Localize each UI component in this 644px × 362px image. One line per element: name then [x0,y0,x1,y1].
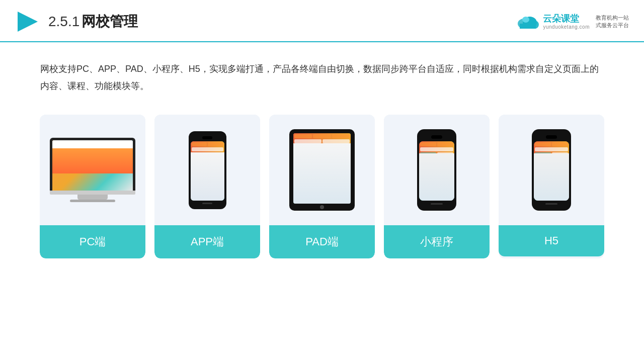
card-pc-label: PC端 [40,225,145,258]
card-h5: H5 [499,115,604,258]
header-left: 2.5.1网校管理 [15,9,138,34]
card-h5-image [499,115,604,225]
svg-point-5 [522,17,529,23]
svg-rect-4 [520,24,536,29]
mini-phone-mockup-2 [532,129,571,211]
card-app: APP端 [154,115,260,258]
card-app-image [154,115,260,225]
card-miniprogram: 小程序 [384,115,490,258]
card-h5-label: H5 [499,225,604,256]
card-miniprogram-label: 小程序 [384,225,490,258]
card-pad-label: PAD端 [269,225,375,258]
brand-logo: 云朵课堂 yunduoketang.com 教育机构一站式服务云平台 [516,13,629,31]
card-app-label: APP端 [154,225,260,258]
brand-name: 云朵课堂 [543,14,590,25]
pc-mockup [50,138,135,202]
card-miniprogram-image [384,115,490,225]
card-pad: PAD端 [269,115,375,258]
tablet-mockup [289,129,355,211]
card-pc: PC端 [40,115,145,258]
cloud-logo-icon [516,13,539,31]
svg-marker-0 [18,12,38,32]
header: 2.5.1网校管理 云朵课堂 yunduoketang.com 教育机构一站式服… [0,0,644,42]
logo-arrow-icon [15,9,40,34]
mini-phone-mockup-1 [417,129,456,211]
brand-tagline: 教育机构一站式服务云平台 [596,14,629,30]
brand-url: yunduoketang.com [543,24,590,30]
card-pad-image [269,115,375,225]
description-text: 网校支持PC、APP、PAD、小程序、H5，实现多端打通，产品各终端自由切换，数… [0,42,644,100]
brand-text-block: 云朵课堂 yunduoketang.com [543,14,590,30]
device-cards-section: PC端 APP端 [0,100,644,274]
app-phone-mockup [189,131,226,209]
page-title: 2.5.1网校管理 [48,12,138,31]
card-pc-image [40,115,145,225]
page-title-num: 2.5.1 [48,14,79,29]
header-right: 云朵课堂 yunduoketang.com 教育机构一站式服务云平台 [516,13,629,31]
